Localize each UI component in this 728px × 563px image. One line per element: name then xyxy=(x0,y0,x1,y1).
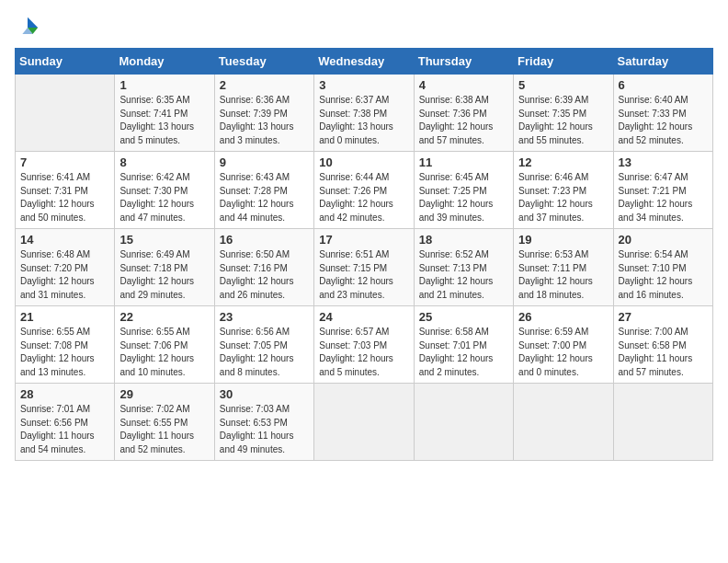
calendar-cell: 26Sunrise: 6:59 AM Sunset: 7:00 PM Dayli… xyxy=(514,306,613,384)
calendar-cell: 10Sunrise: 6:44 AM Sunset: 7:26 PM Dayli… xyxy=(314,152,414,229)
day-info: Sunrise: 6:55 AM Sunset: 7:08 PM Dayligh… xyxy=(20,326,109,379)
day-info: Sunrise: 6:52 AM Sunset: 7:13 PM Dayligh… xyxy=(419,248,508,302)
calendar-cell: 14Sunrise: 6:48 AM Sunset: 7:20 PM Dayli… xyxy=(16,229,115,306)
day-number: 7 xyxy=(20,155,109,169)
day-number: 11 xyxy=(419,155,508,169)
day-info: Sunrise: 6:45 AM Sunset: 7:25 PM Dayligh… xyxy=(419,171,508,224)
calendar-cell: 3Sunrise: 6:37 AM Sunset: 7:38 PM Daylig… xyxy=(314,75,414,152)
day-number: 13 xyxy=(619,155,708,169)
calendar-cell: 8Sunrise: 6:42 AM Sunset: 7:30 PM Daylig… xyxy=(115,152,214,229)
calendar-cell: 30Sunrise: 7:03 AM Sunset: 6:53 PM Dayli… xyxy=(214,384,313,461)
calendar-cell: 25Sunrise: 6:58 AM Sunset: 7:01 PM Dayli… xyxy=(414,306,513,384)
day-number: 8 xyxy=(119,155,209,169)
calendar-cell xyxy=(414,384,513,461)
day-info: Sunrise: 6:35 AM Sunset: 7:41 PM Dayligh… xyxy=(119,94,209,147)
day-header-sunday: Sunday xyxy=(16,49,115,75)
calendar-cell: 17Sunrise: 6:51 AM Sunset: 7:15 PM Dayli… xyxy=(314,229,414,306)
day-header-thursday: Thursday xyxy=(414,49,513,75)
day-info: Sunrise: 6:38 AM Sunset: 7:36 PM Dayligh… xyxy=(419,94,508,147)
day-number: 19 xyxy=(518,233,608,247)
day-number: 12 xyxy=(518,155,608,169)
calendar-cell: 20Sunrise: 6:54 AM Sunset: 7:10 PM Dayli… xyxy=(613,229,712,306)
day-number: 27 xyxy=(619,310,708,324)
day-number: 25 xyxy=(419,310,508,324)
day-info: Sunrise: 7:03 AM Sunset: 6:53 PM Dayligh… xyxy=(220,403,309,456)
calendar-cell: 4Sunrise: 6:38 AM Sunset: 7:36 PM Daylig… xyxy=(414,75,513,152)
day-number: 18 xyxy=(419,233,508,247)
day-number: 2 xyxy=(220,78,309,92)
day-info: Sunrise: 7:01 AM Sunset: 6:56 PM Dayligh… xyxy=(20,403,109,456)
day-info: Sunrise: 6:49 AM Sunset: 7:18 PM Dayligh… xyxy=(119,248,209,302)
calendar-week-row: 7Sunrise: 6:41 AM Sunset: 7:31 PM Daylig… xyxy=(16,152,713,229)
calendar-cell: 27Sunrise: 7:00 AM Sunset: 6:58 PM Dayli… xyxy=(613,306,712,384)
calendar-cell: 21Sunrise: 6:55 AM Sunset: 7:08 PM Dayli… xyxy=(16,306,115,384)
calendar-cell: 5Sunrise: 6:39 AM Sunset: 7:35 PM Daylig… xyxy=(514,75,613,152)
day-info: Sunrise: 7:02 AM Sunset: 6:55 PM Dayligh… xyxy=(119,403,209,456)
day-info: Sunrise: 6:57 AM Sunset: 7:03 PM Dayligh… xyxy=(319,326,408,379)
calendar-header-row: SundayMondayTuesdayWednesdayThursdayFrid… xyxy=(16,49,713,75)
day-number: 23 xyxy=(220,310,309,324)
calendar-cell xyxy=(16,75,115,152)
day-number: 14 xyxy=(20,233,109,247)
day-info: Sunrise: 7:00 AM Sunset: 6:58 PM Dayligh… xyxy=(619,326,708,379)
day-number: 4 xyxy=(419,78,508,92)
day-number: 3 xyxy=(319,78,408,92)
calendar-week-row: 1Sunrise: 6:35 AM Sunset: 7:41 PM Daylig… xyxy=(16,75,713,152)
calendar-table: SundayMondayTuesdayWednesdayThursdayFrid… xyxy=(15,48,713,461)
day-info: Sunrise: 6:40 AM Sunset: 7:33 PM Dayligh… xyxy=(619,94,708,147)
calendar-cell: 16Sunrise: 6:50 AM Sunset: 7:16 PM Dayli… xyxy=(214,229,313,306)
day-header-friday: Friday xyxy=(514,49,613,75)
calendar-cell xyxy=(613,384,712,461)
day-number: 10 xyxy=(319,155,408,169)
day-info: Sunrise: 6:50 AM Sunset: 7:16 PM Dayligh… xyxy=(220,248,309,302)
calendar-cell: 9Sunrise: 6:43 AM Sunset: 7:28 PM Daylig… xyxy=(214,152,313,229)
day-info: Sunrise: 6:59 AM Sunset: 7:00 PM Dayligh… xyxy=(518,326,608,379)
day-number: 6 xyxy=(619,78,708,92)
calendar-cell: 11Sunrise: 6:45 AM Sunset: 7:25 PM Dayli… xyxy=(414,152,513,229)
calendar-cell: 7Sunrise: 6:41 AM Sunset: 7:31 PM Daylig… xyxy=(16,152,115,229)
day-info: Sunrise: 6:47 AM Sunset: 7:21 PM Dayligh… xyxy=(619,171,708,224)
calendar-cell: 18Sunrise: 6:52 AM Sunset: 7:13 PM Dayli… xyxy=(414,229,513,306)
day-info: Sunrise: 6:51 AM Sunset: 7:15 PM Dayligh… xyxy=(319,248,408,302)
day-header-tuesday: Tuesday xyxy=(214,49,313,75)
day-header-wednesday: Wednesday xyxy=(314,49,414,75)
day-number: 24 xyxy=(319,310,408,324)
calendar-cell: 12Sunrise: 6:46 AM Sunset: 7:23 PM Dayli… xyxy=(514,152,613,229)
day-info: Sunrise: 6:48 AM Sunset: 7:20 PM Dayligh… xyxy=(20,248,109,302)
day-number: 29 xyxy=(119,387,209,401)
calendar-cell: 28Sunrise: 7:01 AM Sunset: 6:56 PM Dayli… xyxy=(16,384,115,461)
calendar-cell: 24Sunrise: 6:57 AM Sunset: 7:03 PM Dayli… xyxy=(314,306,414,384)
day-info: Sunrise: 6:56 AM Sunset: 7:05 PM Dayligh… xyxy=(220,326,309,379)
calendar-cell: 22Sunrise: 6:55 AM Sunset: 7:06 PM Dayli… xyxy=(115,306,214,384)
calendar-cell: 2Sunrise: 6:36 AM Sunset: 7:39 PM Daylig… xyxy=(214,75,313,152)
calendar-cell: 19Sunrise: 6:53 AM Sunset: 7:11 PM Dayli… xyxy=(514,229,613,306)
day-number: 16 xyxy=(220,233,309,247)
day-header-saturday: Saturday xyxy=(613,49,712,75)
calendar-cell: 23Sunrise: 6:56 AM Sunset: 7:05 PM Dayli… xyxy=(214,306,313,384)
day-info: Sunrise: 6:37 AM Sunset: 7:38 PM Dayligh… xyxy=(319,94,408,147)
calendar-cell: 13Sunrise: 6:47 AM Sunset: 7:21 PM Dayli… xyxy=(613,152,712,229)
day-number: 5 xyxy=(518,78,608,92)
day-number: 22 xyxy=(119,310,209,324)
day-number: 9 xyxy=(220,155,309,169)
day-info: Sunrise: 6:53 AM Sunset: 7:11 PM Dayligh… xyxy=(518,248,608,302)
calendar-cell: 15Sunrise: 6:49 AM Sunset: 7:18 PM Dayli… xyxy=(115,229,214,306)
day-number: 17 xyxy=(319,233,408,247)
day-info: Sunrise: 6:36 AM Sunset: 7:39 PM Dayligh… xyxy=(220,94,309,147)
calendar-cell: 1Sunrise: 6:35 AM Sunset: 7:41 PM Daylig… xyxy=(115,75,214,152)
day-number: 15 xyxy=(119,233,209,247)
day-number: 20 xyxy=(619,233,708,247)
logo-icon xyxy=(15,15,40,40)
calendar-week-row: 21Sunrise: 6:55 AM Sunset: 7:08 PM Dayli… xyxy=(16,306,713,384)
calendar-cell xyxy=(514,384,613,461)
day-number: 21 xyxy=(20,310,109,324)
day-number: 28 xyxy=(20,387,109,401)
day-info: Sunrise: 6:41 AM Sunset: 7:31 PM Dayligh… xyxy=(20,171,109,224)
calendar-week-row: 28Sunrise: 7:01 AM Sunset: 6:56 PM Dayli… xyxy=(16,384,713,461)
svg-marker-0 xyxy=(28,17,38,28)
day-info: Sunrise: 6:54 AM Sunset: 7:10 PM Dayligh… xyxy=(619,248,708,302)
calendar-cell xyxy=(314,384,414,461)
calendar-week-row: 14Sunrise: 6:48 AM Sunset: 7:20 PM Dayli… xyxy=(16,229,713,306)
calendar-cell: 29Sunrise: 7:02 AM Sunset: 6:55 PM Dayli… xyxy=(115,384,214,461)
day-info: Sunrise: 6:43 AM Sunset: 7:28 PM Dayligh… xyxy=(220,171,309,224)
